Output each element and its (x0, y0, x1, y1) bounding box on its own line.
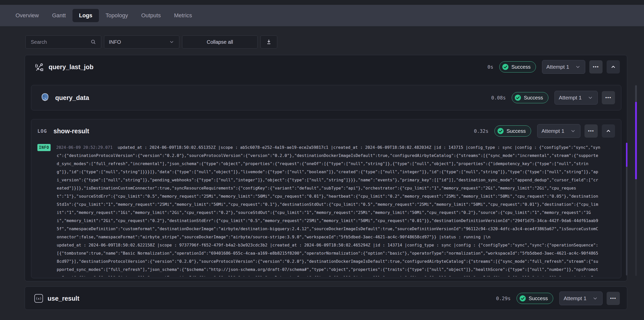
more-actions-button[interactable] (602, 91, 615, 104)
log-output[interactable]: INFO 2024-06-09 20:52:29.071 updated_at … (37, 143, 616, 277)
log-line: erCount":{"type":["null","integer"]},"ac… (57, 274, 616, 277)
tab-gantt[interactable]: Gantt (46, 9, 72, 22)
tab-outputs[interactable]: Outputs (135, 9, 167, 22)
chevron-down-icon (169, 39, 174, 45)
log-line: t":"1"},"sourceStdErr":{"cpu_limit":"0.5… (57, 192, 616, 200)
attempt-select[interactable]: Attempt 1 (559, 292, 603, 305)
download-icon (266, 39, 272, 45)
job-workflow-icon (34, 62, 44, 72)
attempt-select[interactable]: Attempt 1 (537, 124, 580, 138)
page-scrollbar-track[interactable] (635, 85, 637, 102)
log-line: d_sync_modes":["full_refresh","increment… (57, 160, 616, 168)
log-level-badge: INFO (37, 144, 51, 151)
chevron-down-icon (587, 95, 593, 101)
log-line: [{"tombstone":true,"name":"Basic Normali… (57, 249, 616, 257)
panel-title: query_data (55, 94, 89, 101)
search-icon (90, 39, 96, 45)
attempt-value: Attempt 1 (564, 295, 587, 301)
more-actions-button[interactable] (589, 60, 603, 74)
postgresql-icon (40, 93, 50, 103)
log-line: c":{"destinationProtocolVersion":{"versi… (57, 152, 616, 160)
ellipsis-icon (610, 296, 616, 301)
status-badge: Success (512, 92, 548, 103)
log-line: INFO 2024-06-09 20:52:29.071 updated_at … (37, 143, 616, 152)
panel-query-last-job-header: query_last_job 0s Success Attempt 1 (25, 55, 627, 79)
top-strip (0, 0, 644, 5)
function-icon: (x) (34, 294, 43, 303)
log-line: StdIn":{"cpu_limit":"1","memory_request"… (57, 200, 616, 209)
more-actions-button[interactable] (584, 124, 598, 138)
log-line: it":"1","memory_request":"1Gi","memory_l… (57, 209, 616, 217)
log-line: 5f","namespaceDefinition":"customformat"… (57, 225, 616, 233)
ellipsis-icon (588, 128, 594, 134)
tab-topology[interactable]: Topology (99, 9, 135, 22)
log-line: pported_sync_modes":["full_refresh"],"js… (57, 266, 616, 274)
panel-query-last-job: query_last_job 0s Success Attempt 1 (25, 55, 627, 281)
chevron-down-icon (592, 295, 598, 301)
chevron-up-icon (610, 64, 616, 70)
check-circle-icon (497, 128, 504, 134)
panel-controls: 0.29s Success Attempt 1 (496, 292, 620, 305)
log-toolbar: INFO Collapse all (25, 35, 277, 49)
check-circle-icon (515, 94, 521, 101)
log-level-value: INFO (109, 39, 121, 45)
tab-logs[interactable]: Logs (72, 9, 99, 22)
panel-controls: 0s Success Attempt 1 (488, 60, 620, 74)
duration-label: 0s (488, 64, 493, 70)
tab-overview[interactable]: Overview (9, 9, 46, 22)
duration-label: 0.29s (496, 296, 510, 301)
log-kind-label: LOG (37, 128, 47, 134)
search-input[interactable] (30, 39, 87, 45)
status-badge: Success (517, 293, 553, 304)
duration-label: 0.08s (491, 95, 506, 100)
log-line: updated_at : 2024-06-09T18:50:02.622158Z… (57, 241, 616, 249)
page-scrollbar-track[interactable] (635, 179, 637, 276)
log-level-select[interactable]: INFO (104, 35, 179, 49)
check-circle-icon (519, 295, 526, 302)
panel-controls: 0.32s Success Attempt 1 (474, 124, 615, 138)
log-line: 8cd97"}],"destinationProtocolVersion":{"… (57, 257, 616, 266)
chevron-up-icon (605, 128, 611, 134)
download-logs-button[interactable] (260, 35, 277, 49)
attempt-select[interactable]: Attempt 1 (554, 91, 598, 105)
log-line: eated"]}]},"isDestinationCustomConnector… (57, 184, 616, 192)
panel-scrollbar-track[interactable] (626, 143, 627, 275)
attempt-value: Attempt 1 (541, 128, 564, 134)
status-badge: Success (499, 61, 536, 72)
check-circle-icon (502, 64, 509, 70)
log-line: g"]},"id":{"type":["null","string"]}}}]}… (57, 168, 616, 176)
tab-metrics[interactable]: Metrics (167, 9, 199, 22)
panel-scrollbar-thumb[interactable] (626, 143, 627, 167)
panel-use-result: (x) use_result 0.29s Success Attempt 1 (25, 286, 627, 310)
attempt-value: Attempt 1 (559, 95, 582, 101)
log-line: i","memory_limit":"2Gi","cpu_request":"0… (57, 217, 616, 225)
status-label: Success (511, 64, 531, 70)
attempt-value: Attempt 1 (546, 64, 569, 70)
panel-use-result-header: (x) use_result 0.29s Success Attempt 1 (25, 287, 627, 310)
log-timestamp: 2024-06-09 20:52:29.071 (56, 143, 113, 152)
ellipsis-icon (593, 64, 599, 69)
log-line: i_version":{"type":["null","string"]},"p… (57, 176, 616, 184)
page-scrollbar-thumb[interactable] (635, 102, 637, 179)
attempt-select[interactable]: Attempt 1 (542, 60, 585, 74)
panel-title: query_last_job (49, 63, 93, 71)
panel-show-result: LOG show-result 0.32s Success Attempt 1 (31, 119, 621, 278)
collapse-panel-button[interactable] (607, 60, 620, 74)
log-message: updated_at : 2024-06-09T18:50:02.651352Z… (118, 143, 601, 152)
collapse-panel-button[interactable] (602, 124, 615, 138)
status-label: Success (529, 296, 548, 301)
log-line: onnector":false,"namespaceFormat":"airby… (57, 233, 616, 241)
search-box[interactable] (25, 35, 101, 49)
chevron-down-icon (570, 128, 576, 134)
panel-controls: 0.08s Success Attempt 1 (491, 91, 615, 105)
status-badge: Success (494, 125, 531, 137)
status-label: Success (524, 95, 543, 101)
panel-title: use_result (48, 295, 79, 302)
status-label: Success (506, 128, 526, 134)
tab-bar: Overview Gantt Logs Topology Outputs Met… (0, 5, 644, 26)
ellipsis-icon (605, 95, 611, 100)
more-actions-button[interactable] (607, 292, 620, 305)
panel-title: show-result (53, 127, 89, 135)
collapse-all-button[interactable]: Collapse all (182, 35, 258, 49)
chevron-down-icon (575, 64, 581, 70)
